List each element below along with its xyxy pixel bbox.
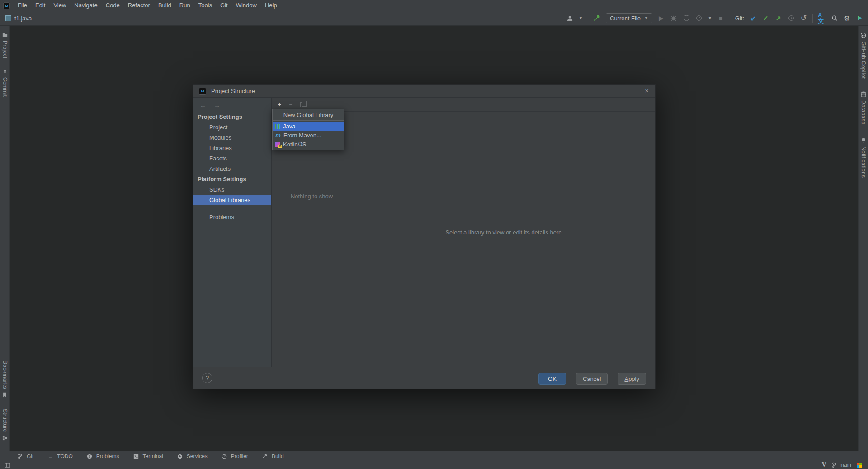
ideavim-icon[interactable]: V [822, 461, 826, 469]
tree-group-platform-settings: Platform Settings [193, 174, 271, 184]
coverage-icon[interactable] [683, 14, 690, 22]
toolwindow-profiler[interactable]: Profiler [221, 452, 248, 460]
git-commit-check-icon[interactable]: ✓ [762, 14, 769, 22]
todo-list-icon: ≡ [47, 452, 54, 460]
git-branch-icon [832, 461, 837, 469]
terminal-icon [132, 452, 140, 460]
input-method-icon[interactable] [857, 463, 862, 468]
toolwindow-toggle-icon[interactable] [4, 461, 11, 469]
bookmark-icon [1, 391, 9, 399]
popup-item-java[interactable]: Java [273, 122, 344, 131]
apply-button[interactable]: Apply [618, 373, 646, 385]
toolwindow-structure[interactable]: Structure [1, 409, 9, 442]
tree-item-project[interactable]: Project [193, 122, 271, 132]
build-project-icon[interactable] [593, 14, 601, 22]
settings-tree: Project Settings Project Modules Librari… [193, 112, 271, 222]
tree-item-artifacts[interactable]: Artifacts [193, 164, 271, 174]
menu-git[interactable]: Git [216, 0, 232, 11]
git-update-icon[interactable]: ↙ [749, 14, 757, 22]
problems-icon [86, 452, 94, 460]
toolwindow-commit[interactable]: Commit [1, 67, 9, 97]
run-configuration-select[interactable]: Current File ▼ [606, 13, 652, 23]
back-arrow-icon[interactable]: ← [200, 102, 206, 109]
intellij-logo-icon: IJ [3, 2, 10, 9]
forward-arrow-icon[interactable]: → [214, 102, 220, 109]
bell-icon [859, 136, 867, 144]
help-button[interactable]: ? [202, 373, 212, 383]
toolbar-separator [730, 14, 730, 23]
menu-run[interactable]: Run [175, 0, 194, 11]
tree-item-modules[interactable]: Modules [193, 132, 271, 143]
tree-item-sdks[interactable]: SDKs [193, 184, 271, 195]
toolwindow-services[interactable]: Services [176, 452, 208, 460]
toolwindow-git[interactable]: Git [16, 452, 33, 460]
tree-item-problems[interactable]: Problems [193, 212, 271, 222]
detail-hint-text: Select a library to view or edit its det… [352, 229, 655, 236]
toolwindow-database[interactable]: Database [859, 90, 867, 125]
chevron-down-icon: ▼ [708, 16, 712, 20]
toolwindow-problems[interactable]: Problems [86, 452, 119, 460]
popup-item-from-maven[interactable]: m From Maven... [273, 131, 344, 140]
debug-icon[interactable] [670, 14, 678, 22]
java-library-icon [275, 124, 280, 129]
plugin-icon[interactable] [856, 14, 863, 22]
status-bar: V main [0, 461, 868, 469]
copy-icon[interactable] [298, 101, 306, 108]
user-avatar-icon[interactable] [566, 14, 574, 22]
history-clock-icon[interactable] [787, 14, 795, 22]
toolwindow-notifications[interactable]: Notifications [859, 136, 867, 178]
tree-item-global-libraries[interactable]: Global Libraries [193, 195, 271, 205]
tree-item-facets[interactable]: Facets [193, 153, 271, 164]
toolwindow-bookmarks[interactable]: Bookmarks [1, 361, 9, 399]
rollback-icon[interactable]: ↺ [800, 14, 807, 22]
toolwindow-build[interactable]: Build [261, 452, 284, 460]
settings-gear-icon[interactable]: ⚙ [843, 14, 851, 22]
tree-item-libraries[interactable]: Libraries [193, 143, 271, 153]
menu-build[interactable]: Build [154, 0, 175, 11]
toolwindow-todo[interactable]: ≡ TODO [47, 452, 72, 460]
dialog-close-icon[interactable]: × [645, 87, 649, 94]
kotlin-js-icon: JS [275, 142, 280, 147]
stop-icon[interactable]: ■ [717, 14, 725, 22]
cancel-button[interactable]: Cancel [576, 373, 608, 385]
translate-icon[interactable]: A文 [818, 14, 826, 22]
git-branch-widget[interactable]: main [832, 461, 851, 469]
git-push-icon[interactable]: ↗ [774, 14, 782, 22]
menu-navigate[interactable]: Navigate [70, 0, 101, 11]
menu-file[interactable]: File [14, 0, 31, 11]
add-icon[interactable]: + [276, 101, 283, 108]
popup-item-kotlin-js[interactable]: JS Kotlin/JS [273, 140, 344, 149]
java-file-icon [5, 15, 11, 21]
menu-help[interactable]: Help [261, 0, 281, 11]
build-hammer-icon [261, 452, 269, 460]
menu-code[interactable]: Code [102, 0, 124, 11]
commit-node-icon [1, 67, 9, 75]
chevron-down-icon: ▼ [644, 16, 648, 20]
menu-view[interactable]: View [49, 0, 70, 11]
toolbar-separator [812, 14, 813, 23]
profiler-icon[interactable] [695, 14, 703, 22]
services-icon [176, 452, 184, 460]
run-icon[interactable]: ▶ [657, 14, 665, 22]
menu-window[interactable]: Window [232, 0, 261, 11]
dialog-footer: ? OK Cancel Apply [193, 367, 655, 389]
dialog-body: ← → Project Settings Project Modules Lib… [193, 98, 655, 367]
branch-name: main [840, 462, 851, 468]
menu-tools[interactable]: Tools [194, 0, 216, 11]
new-global-library-popup: New Global Library Java m From Maven... … [272, 109, 344, 150]
remove-icon[interactable]: − [287, 101, 294, 108]
toolwindow-project[interactable]: Project [1, 31, 9, 58]
left-toolwindow-stripe: Project Commit Bookmarks Structure [0, 26, 10, 451]
navbar-file[interactable]: t1.java [5, 15, 32, 22]
copilot-icon [859, 32, 867, 39]
tree-separator [197, 210, 271, 210]
search-everywhere-icon[interactable] [830, 14, 838, 22]
chevron-down-icon: ▼ [579, 16, 583, 20]
menu-refactor[interactable]: Refactor [124, 0, 154, 11]
toolwindow-github-copilot[interactable]: GitHub Copilot [859, 32, 867, 79]
toolbar-separator [588, 14, 588, 23]
menu-edit[interactable]: Edit [31, 0, 49, 11]
right-toolwindow-stripe: GitHub Copilot Database Notifications [858, 26, 868, 451]
ok-button[interactable]: OK [538, 373, 566, 385]
toolwindow-terminal[interactable]: Terminal [132, 452, 163, 460]
